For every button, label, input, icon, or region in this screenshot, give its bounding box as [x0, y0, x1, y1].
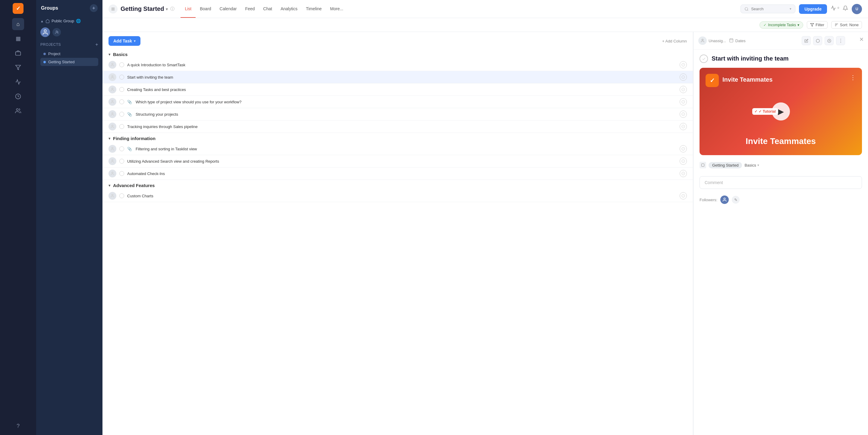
task-complete-icon[interactable] [680, 61, 687, 68]
sidebar-icon-help[interactable]: ? [12, 420, 24, 432]
section-header-basics[interactable]: ▾ Basics [102, 49, 693, 59]
task-checkbox[interactable] [119, 193, 124, 198]
video-container[interactable]: ✓ Invite Teammates ⋮ ✓ ✓ Tutorial ▶ Invi… [700, 68, 862, 155]
upgrade-button[interactable]: Upgrade [799, 4, 827, 14]
task-complete-icon[interactable] [680, 110, 687, 118]
task-row[interactable]: Tracking inquiries through Sales pipelin… [102, 121, 693, 133]
task-row[interactable]: Utilizing Advanced Search view and creat… [102, 155, 693, 167]
sidebar-icon-home[interactable]: ⌂ [12, 18, 24, 30]
section-title-advanced: Advanced Features [113, 183, 155, 188]
sort-label: Sort: None [840, 23, 859, 27]
add-column-button[interactable]: + Add Column [662, 39, 687, 43]
add-member-btn[interactable] [53, 28, 61, 36]
task-row[interactable]: Automated Check-Ins [102, 167, 693, 180]
svg-point-3 [16, 109, 19, 111]
task-row-active[interactable]: Start with inviting the team [102, 71, 693, 83]
tab-feed[interactable]: Feed [241, 0, 259, 18]
attachment-icon: 📎 [127, 112, 132, 116]
breadcrumb-project-tag[interactable]: Getting Started [709, 162, 742, 168]
task-complete-icon[interactable] [680, 86, 687, 93]
tab-chat[interactable]: Chat [259, 0, 276, 18]
task-checkbox[interactable] [119, 159, 124, 164]
title-chevron-icon[interactable]: ▾ [166, 7, 168, 11]
more-action-btn[interactable]: ⋮ [836, 36, 845, 45]
task-complete-icon[interactable] [680, 98, 687, 105]
task-avatar [108, 123, 116, 130]
breadcrumb-section[interactable]: Basics ▾ [744, 163, 759, 167]
search-box[interactable]: ▾ [741, 4, 795, 13]
activity-icon[interactable]: 0 [831, 5, 839, 12]
task-row[interactable]: Creating Tasks and best practices [102, 83, 693, 96]
task-name: Start with inviting the team [127, 75, 677, 79]
section-header-finding[interactable]: ▾ Finding information [102, 133, 693, 143]
task-checkbox[interactable] [119, 112, 124, 116]
tab-timeline[interactable]: Timeline [302, 0, 326, 18]
sidebar-icon-chart[interactable] [12, 76, 24, 88]
project-item-project[interactable]: Project [40, 50, 98, 58]
detail-close-button[interactable]: ✕ [859, 36, 864, 43]
page-title: Getting Started [121, 5, 164, 12]
sort-button[interactable]: Sort: None [831, 21, 862, 29]
detail-panel: ✕ Unassig... Dates [693, 32, 868, 435]
sidebar-icon-team[interactable] [12, 105, 24, 117]
task-checkbox[interactable] [119, 171, 124, 176]
public-group-row[interactable]: ▲ Public Group 🌐 [36, 16, 102, 26]
task-row[interactable]: 📎 Which type of project view should you … [102, 96, 693, 108]
task-checkbox[interactable] [119, 124, 124, 129]
task-checkbox[interactable] [119, 75, 124, 79]
assign-button[interactable]: Unassig... [698, 36, 726, 45]
projects-add-btn[interactable]: + [95, 42, 98, 47]
section-header-advanced[interactable]: ▾ Advanced Features [102, 180, 693, 190]
task-checkbox[interactable] [119, 62, 124, 67]
comment-input[interactable]: Comment [700, 176, 862, 189]
video-logo: ✓ [706, 74, 719, 87]
tab-calendar[interactable]: Calendar [216, 0, 241, 18]
sidebar-icon-filter[interactable] [12, 62, 24, 73]
edit-followers-button[interactable]: ✎ [732, 196, 740, 204]
circle-action-btn[interactable] [813, 36, 822, 45]
tab-list[interactable]: List [181, 0, 195, 18]
calendar-icon [729, 38, 734, 43]
task-row[interactable]: 📎 Structuring your projects [102, 108, 693, 121]
filter-bar: ✓ Incomplete Tasks ▾ Filter Sort: None [102, 18, 868, 32]
breadcrumb-icon [700, 162, 706, 168]
dates-button[interactable]: Dates [729, 38, 746, 43]
sidebar-icon-briefcase[interactable] [12, 47, 24, 59]
add-column-label: + Add Column [662, 39, 687, 43]
task-checkbox[interactable] [119, 99, 124, 104]
task-complete-icon[interactable] [680, 123, 687, 130]
task-row[interactable]: 📎 Filtering and sorting in Tasklist view [102, 143, 693, 155]
collapse-btn[interactable] [108, 4, 118, 13]
search-input[interactable] [751, 7, 787, 11]
project-item-getting-started[interactable]: Getting Started [40, 58, 98, 66]
edit-action-btn[interactable] [802, 36, 811, 45]
groups-add-btn[interactable]: + [90, 4, 98, 12]
task-row[interactable]: Custom Charts [102, 190, 693, 202]
topbar: Getting Started ▾ ⓘ List Board Calendar … [102, 0, 868, 18]
video-menu-icon[interactable]: ⋮ [850, 74, 856, 81]
task-checkbox[interactable] [119, 146, 124, 151]
circle2-action-btn[interactable] [825, 36, 834, 45]
filter-button[interactable]: Filter [807, 21, 828, 29]
task-complete-circle[interactable] [700, 55, 708, 63]
tutorial-badge: ✓ ✓ Tutorial [752, 108, 778, 115]
project-dot-active [43, 61, 46, 63]
task-row[interactable]: A quick Introduction to SmartTask [102, 59, 693, 71]
task-complete-icon[interactable] [680, 145, 687, 153]
task-complete-icon[interactable] [680, 192, 687, 199]
task-checkbox[interactable] [119, 87, 124, 92]
task-complete-icon[interactable] [680, 158, 687, 165]
incomplete-tasks-chip[interactable]: ✓ Incomplete Tasks ▾ [760, 22, 803, 29]
add-task-button[interactable]: Add Task ▾ [108, 36, 141, 46]
info-icon[interactable]: ⓘ [170, 6, 175, 12]
task-complete-icon[interactable] [680, 170, 687, 177]
task-complete-icon[interactable] [680, 73, 687, 81]
sidebar-icon-dashboard[interactable]: ▦ [12, 33, 24, 44]
user-avatar[interactable]: U [852, 4, 862, 14]
tab-board[interactable]: Board [195, 0, 215, 18]
tab-analytics[interactable]: Analytics [276, 0, 302, 18]
notification-icon[interactable] [843, 5, 848, 12]
tab-more[interactable]: More... [326, 0, 347, 18]
detail-topbar: Unassig... Dates [693, 32, 868, 50]
sidebar-icon-clock[interactable] [12, 90, 24, 102]
